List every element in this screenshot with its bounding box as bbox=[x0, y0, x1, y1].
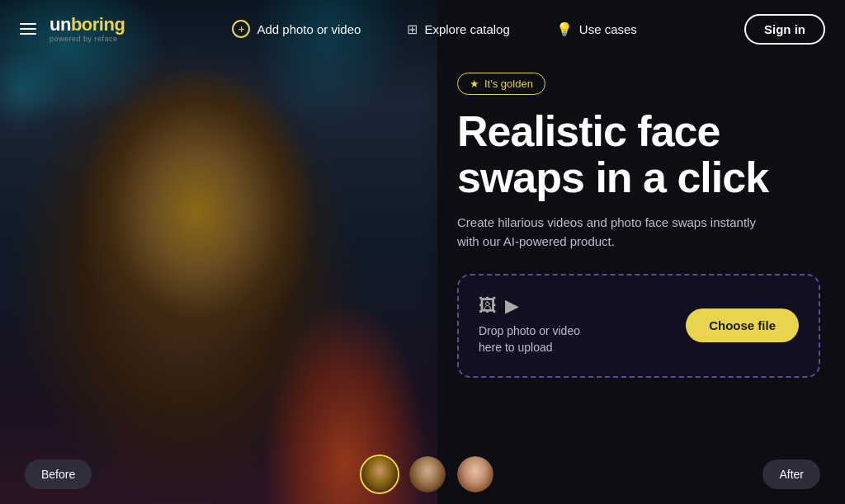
avatar-thumb-2[interactable] bbox=[408, 455, 447, 494]
face-3 bbox=[457, 456, 493, 492]
hero-title-line1: Realistic face bbox=[457, 107, 720, 155]
badge-label: It's golden bbox=[484, 78, 533, 90]
after-button[interactable]: After bbox=[762, 459, 820, 489]
upload-box[interactable]: 🖼 ▶ Drop photo or video here to upload C… bbox=[457, 274, 820, 377]
golden-badge: ★ It's golden bbox=[457, 73, 545, 95]
explore-catalog-label: Explore catalog bbox=[424, 22, 509, 36]
star-icon: ★ bbox=[470, 78, 479, 90]
logo-tagline: powered by reface bbox=[50, 35, 125, 43]
face-1 bbox=[361, 456, 398, 492]
drop-text-line2: here to upload bbox=[479, 341, 553, 354]
upload-icons: 🖼 ▶ bbox=[479, 295, 580, 317]
logo-area: unboring powered by reface bbox=[50, 16, 125, 43]
avatar-strip bbox=[360, 455, 495, 494]
plus-icon: + bbox=[232, 20, 250, 38]
explore-catalog-button[interactable]: ⊞ Explore catalog bbox=[397, 15, 519, 44]
before-button[interactable]: Before bbox=[25, 459, 92, 489]
avatar-thumb-3[interactable] bbox=[456, 455, 495, 494]
upload-text: Drop photo or video here to upload bbox=[479, 323, 580, 356]
avatar-thumb-1[interactable] bbox=[360, 455, 399, 494]
logo-un: un bbox=[50, 14, 71, 35]
add-photo-button[interactable]: + Add photo or video bbox=[222, 13, 371, 45]
hero-background bbox=[0, 0, 437, 504]
video-icon: ▶ bbox=[505, 295, 519, 317]
sign-in-button[interactable]: Sign in bbox=[744, 14, 825, 45]
bottom-bar: Before After bbox=[0, 445, 845, 504]
face-2 bbox=[409, 456, 446, 492]
upload-left: 🖼 ▶ Drop photo or video here to upload bbox=[479, 295, 580, 356]
drop-text-line1: Drop photo or video bbox=[479, 324, 580, 337]
hero-title: Realistic face swaps in a click bbox=[457, 108, 820, 200]
grid-icon: ⊞ bbox=[407, 21, 418, 37]
logo-boring: boring bbox=[71, 14, 125, 35]
use-cases-button[interactable]: 💡 Use cases bbox=[546, 15, 647, 44]
use-cases-label: Use cases bbox=[579, 22, 637, 36]
hero-subtitle: Create hilarious videos and photo face s… bbox=[457, 214, 762, 251]
lightbulb-icon: 💡 bbox=[556, 21, 573, 37]
hero-content: ★ It's golden Realistic face swaps in a … bbox=[457, 73, 820, 378]
add-photo-label: Add photo or video bbox=[257, 22, 361, 36]
navbar: unboring powered by reface + Add photo o… bbox=[0, 0, 845, 58]
navbar-center: + Add photo or video ⊞ Explore catalog 💡… bbox=[222, 13, 646, 45]
logo-text: unboring bbox=[50, 16, 125, 34]
navbar-left: unboring powered by reface bbox=[20, 16, 125, 43]
choose-file-button[interactable]: Choose file bbox=[686, 309, 799, 342]
hamburger-icon[interactable] bbox=[20, 23, 36, 35]
image-icon: 🖼 bbox=[479, 295, 497, 317]
hero-title-line2: swaps in a click bbox=[457, 153, 768, 201]
